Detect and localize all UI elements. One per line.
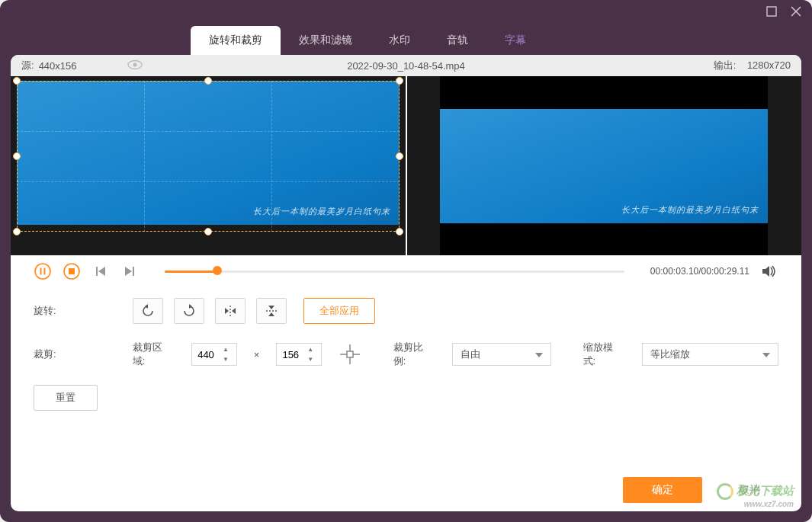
svg-marker-16	[189, 304, 192, 309]
video-caption: 长大后一本制的最美岁月白纸句末	[621, 204, 759, 216]
source-label: 源:	[21, 59, 34, 72]
crop-handle[interactable]	[13, 228, 21, 235]
crop-width-field[interactable]	[192, 349, 220, 360]
svg-rect-6	[40, 268, 42, 275]
cancel-button[interactable]: 取消	[714, 477, 785, 503]
rotate-right-button[interactable]	[174, 298, 204, 324]
crop-handle[interactable]	[396, 152, 403, 160]
svg-marker-19	[232, 308, 236, 314]
crop-handle[interactable]	[396, 77, 403, 85]
center-crop-icon[interactable]	[339, 343, 361, 366]
zoom-mode-label: 缩放模式:	[583, 341, 625, 368]
spinner-up-icon[interactable]: ▲	[220, 344, 232, 354]
source-dimensions: 440x156	[39, 60, 77, 72]
tab-subtitle[interactable]: 字幕	[486, 26, 544, 55]
crop-handle[interactable]	[13, 152, 21, 160]
playback-controls: 00:00:03.10/00:00:29.11	[11, 255, 801, 287]
svg-marker-22	[268, 312, 274, 316]
crop-height-field[interactable]	[277, 349, 304, 360]
titlebar	[0, 0, 812, 23]
ok-button[interactable]: 确定	[623, 477, 702, 503]
output-label: 输出:	[714, 59, 737, 71]
crop-handle[interactable]	[396, 228, 403, 235]
footer: 确定 取消 极光下载站 www.xz7.com	[11, 469, 801, 511]
svg-point-4	[133, 62, 136, 66]
apply-all-button[interactable]: 全部应用	[303, 298, 375, 324]
crop-handle[interactable]	[13, 77, 21, 85]
svg-rect-10	[96, 267, 98, 276]
crop-handle[interactable]	[204, 77, 212, 85]
svg-marker-12	[125, 267, 132, 276]
volume-icon[interactable]	[760, 262, 778, 280]
svg-marker-21	[268, 306, 274, 309]
svg-marker-14	[762, 266, 769, 277]
app-window: 旋转和裁剪 效果和滤镜 水印 音轨 字幕 源: 440x156 2022-09-…	[0, 0, 812, 522]
seek-thumb[interactable]	[213, 266, 222, 275]
tabs: 旋转和裁剪 效果和滤镜 水印 音轨 字幕	[0, 23, 812, 55]
spinner-down-icon[interactable]: ▼	[220, 354, 232, 364]
svg-rect-7	[44, 268, 46, 275]
maximize-button[interactable]	[765, 5, 778, 18]
tab-effects[interactable]: 效果和滤镜	[281, 26, 371, 55]
tab-audio[interactable]: 音轨	[428, 26, 486, 55]
info-bar: 源: 440x156 2022-09-30_10-48-54.mp4 输出: 1…	[11, 55, 801, 76]
crop-width-input[interactable]: ▲▼	[191, 343, 237, 366]
svg-point-5	[35, 264, 50, 279]
output-video-frame: 长大后一本制的最美岁月白纸句末	[440, 109, 768, 223]
crop-label: 裁剪:	[34, 347, 70, 361]
crop-preview[interactable]: 长大后一本制的最美岁月白纸句末	[11, 76, 406, 255]
crop-grid-line	[271, 81, 272, 232]
svg-rect-27	[347, 351, 353, 357]
svg-marker-11	[98, 267, 105, 276]
output-preview: 长大后一本制的最美岁月白纸句末	[407, 76, 802, 255]
crop-area-label: 裁剪区域:	[133, 341, 175, 368]
crop-grid-line	[17, 181, 400, 182]
flip-vertical-button[interactable]	[256, 298, 287, 324]
crop-selection[interactable]	[17, 81, 400, 232]
content-panel: 源: 440x156 2022-09-30_10-48-54.mp4 输出: 1…	[11, 55, 801, 511]
settings-panel: 旋转: 全部应用 裁剪	[11, 287, 801, 421]
preview-toggle-icon[interactable]	[127, 59, 143, 72]
stop-button[interactable]	[63, 262, 81, 280]
rotate-label: 旋转:	[34, 304, 70, 318]
filename-label: 2022-09-30_10-48-54.mp4	[347, 60, 465, 72]
crop-height-input[interactable]: ▲▼	[276, 343, 322, 366]
tab-watermark[interactable]: 水印	[371, 26, 428, 55]
prev-frame-button[interactable]	[91, 262, 110, 280]
rotate-left-button[interactable]	[133, 298, 163, 324]
crop-grid-line	[17, 131, 400, 132]
crop-ratio-select[interactable]: 自由	[452, 343, 550, 366]
crop-handle[interactable]	[204, 228, 212, 235]
time-display: 00:00:03.10/00:00:29.11	[650, 266, 749, 277]
seek-slider[interactable]	[165, 269, 624, 274]
spinner-down-icon[interactable]: ▼	[304, 354, 316, 364]
crop-grid-line	[144, 81, 145, 232]
svg-rect-0	[767, 7, 776, 16]
svg-marker-15	[145, 304, 148, 309]
zoom-mode-select[interactable]: 等比缩放	[642, 343, 778, 366]
spinner-up-icon[interactable]: ▲	[304, 344, 316, 354]
reset-button[interactable]: 重置	[34, 385, 98, 411]
pause-button[interactable]	[34, 262, 52, 280]
crop-ratio-label: 裁剪比例:	[393, 341, 435, 368]
next-frame-button[interactable]	[120, 262, 139, 280]
svg-rect-13	[133, 267, 134, 276]
flip-horizontal-button[interactable]	[215, 298, 246, 324]
output-dimensions: 1280x720	[747, 59, 791, 71]
tab-rotate-crop[interactable]: 旋转和裁剪	[191, 26, 281, 55]
preview-row: 长大后一本制的最美岁月白纸句末	[11, 76, 801, 255]
svg-rect-9	[69, 268, 75, 274]
dimension-separator: ×	[254, 349, 260, 360]
svg-marker-18	[225, 308, 229, 314]
close-button[interactable]	[789, 5, 803, 18]
